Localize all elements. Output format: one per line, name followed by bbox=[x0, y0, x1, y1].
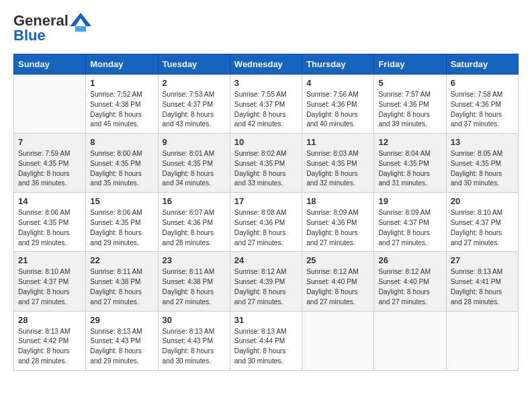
calendar-cell: 16Sunrise: 8:07 AMSunset: 4:36 PMDayligh… bbox=[158, 193, 230, 252]
weekday-header-wednesday: Wednesday bbox=[230, 54, 302, 75]
day-number: 7 bbox=[18, 137, 81, 147]
calendar-cell: 29Sunrise: 8:13 AMSunset: 4:43 PMDayligh… bbox=[86, 311, 158, 370]
day-number: 11 bbox=[306, 137, 369, 147]
day-number: 23 bbox=[163, 255, 226, 265]
cell-info: Sunrise: 8:13 AMSunset: 4:43 PMDaylight:… bbox=[90, 327, 153, 367]
logo: General Blue bbox=[13, 13, 91, 43]
calendar-cell: 12Sunrise: 8:04 AMSunset: 4:35 PMDayligh… bbox=[374, 134, 446, 193]
cell-info: Sunrise: 8:09 AMSunset: 4:36 PMDaylight:… bbox=[306, 208, 369, 248]
logo-blue: Blue bbox=[13, 27, 46, 44]
cell-info: Sunrise: 8:10 AMSunset: 4:37 PMDaylight:… bbox=[451, 208, 514, 248]
weekday-header-row: SundayMondayTuesdayWednesdayThursdayFrid… bbox=[14, 54, 519, 75]
weekday-header-monday: Monday bbox=[86, 54, 158, 75]
calendar-cell: 2Sunrise: 7:53 AMSunset: 4:37 PMDaylight… bbox=[158, 75, 230, 134]
cell-info: Sunrise: 7:52 AMSunset: 4:38 PMDaylight:… bbox=[90, 90, 153, 130]
calendar-cell: 27Sunrise: 8:13 AMSunset: 4:41 PMDayligh… bbox=[446, 252, 518, 311]
calendar-cell: 23Sunrise: 8:11 AMSunset: 4:38 PMDayligh… bbox=[158, 252, 230, 311]
cell-info: Sunrise: 8:08 AMSunset: 4:36 PMDaylight:… bbox=[234, 208, 298, 248]
cell-info: Sunrise: 8:05 AMSunset: 4:35 PMDaylight:… bbox=[451, 149, 514, 189]
cell-info: Sunrise: 8:13 AMSunset: 4:44 PMDaylight:… bbox=[234, 327, 298, 367]
day-number: 21 bbox=[18, 255, 81, 265]
day-number: 30 bbox=[163, 315, 226, 325]
day-number: 9 bbox=[163, 137, 226, 147]
day-number: 18 bbox=[306, 196, 369, 206]
calendar-cell bbox=[374, 311, 446, 370]
cell-info: Sunrise: 8:00 AMSunset: 4:35 PMDaylight:… bbox=[90, 149, 153, 189]
calendar-cell: 9Sunrise: 8:01 AMSunset: 4:35 PMDaylight… bbox=[158, 134, 230, 193]
cell-info: Sunrise: 7:56 AMSunset: 4:36 PMDaylight:… bbox=[306, 90, 369, 130]
calendar-cell bbox=[302, 311, 374, 370]
day-number: 20 bbox=[451, 196, 514, 206]
cell-info: Sunrise: 8:02 AMSunset: 4:35 PMDaylight:… bbox=[234, 149, 298, 189]
calendar-cell: 25Sunrise: 8:12 AMSunset: 4:40 PMDayligh… bbox=[302, 252, 374, 311]
logo-icon bbox=[70, 13, 91, 32]
weekday-header-sunday: Sunday bbox=[14, 54, 86, 75]
cell-info: Sunrise: 8:06 AMSunset: 4:35 PMDaylight:… bbox=[90, 208, 153, 248]
cell-info: Sunrise: 8:12 AMSunset: 4:40 PMDaylight:… bbox=[306, 267, 369, 307]
cell-info: Sunrise: 8:12 AMSunset: 4:40 PMDaylight:… bbox=[378, 267, 441, 307]
day-number: 1 bbox=[90, 78, 153, 88]
cell-info: Sunrise: 7:57 AMSunset: 4:36 PMDaylight:… bbox=[378, 90, 441, 130]
calendar-cell: 20Sunrise: 8:10 AMSunset: 4:37 PMDayligh… bbox=[446, 193, 518, 252]
cell-info: Sunrise: 7:59 AMSunset: 4:35 PMDaylight:… bbox=[18, 149, 81, 189]
cell-info: Sunrise: 7:55 AMSunset: 4:37 PMDaylight:… bbox=[234, 90, 298, 130]
day-number: 16 bbox=[163, 196, 226, 206]
calendar-cell: 19Sunrise: 8:09 AMSunset: 4:37 PMDayligh… bbox=[374, 193, 446, 252]
calendar-cell: 8Sunrise: 8:00 AMSunset: 4:35 PMDaylight… bbox=[86, 134, 158, 193]
cell-info: Sunrise: 8:03 AMSunset: 4:35 PMDaylight:… bbox=[306, 149, 369, 189]
cell-info: Sunrise: 8:10 AMSunset: 4:37 PMDaylight:… bbox=[18, 267, 81, 307]
calendar-cell: 10Sunrise: 8:02 AMSunset: 4:35 PMDayligh… bbox=[230, 134, 302, 193]
calendar-cell bbox=[446, 311, 518, 370]
calendar-table: SundayMondayTuesdayWednesdayThursdayFrid… bbox=[13, 54, 519, 371]
day-number: 10 bbox=[234, 137, 298, 147]
day-number: 12 bbox=[378, 137, 441, 147]
day-number: 27 bbox=[451, 255, 514, 265]
calendar-cell: 11Sunrise: 8:03 AMSunset: 4:35 PMDayligh… bbox=[302, 134, 374, 193]
cell-info: Sunrise: 7:53 AMSunset: 4:37 PMDaylight:… bbox=[163, 90, 226, 130]
weekday-header-friday: Friday bbox=[374, 54, 446, 75]
day-number: 2 bbox=[163, 78, 226, 88]
day-number: 28 bbox=[18, 315, 81, 325]
svg-marker-0 bbox=[70, 13, 91, 26]
calendar-cell: 22Sunrise: 8:11 AMSunset: 4:38 PMDayligh… bbox=[86, 252, 158, 311]
calendar-cell: 31Sunrise: 8:13 AMSunset: 4:44 PMDayligh… bbox=[230, 311, 302, 370]
calendar-cell: 4Sunrise: 7:56 AMSunset: 4:36 PMDaylight… bbox=[302, 75, 374, 134]
logo-text: General Blue bbox=[13, 13, 69, 43]
week-row-5: 28Sunrise: 8:13 AMSunset: 4:42 PMDayligh… bbox=[14, 311, 519, 370]
day-number: 5 bbox=[378, 78, 441, 88]
cell-info: Sunrise: 8:13 AMSunset: 4:43 PMDaylight:… bbox=[163, 327, 226, 367]
week-row-2: 7Sunrise: 7:59 AMSunset: 4:35 PMDaylight… bbox=[14, 134, 519, 193]
calendar-cell bbox=[14, 75, 86, 134]
calendar-cell: 6Sunrise: 7:58 AMSunset: 4:36 PMDaylight… bbox=[446, 75, 518, 134]
page-header: General Blue bbox=[13, 13, 519, 43]
calendar-cell: 28Sunrise: 8:13 AMSunset: 4:42 PMDayligh… bbox=[14, 311, 86, 370]
calendar-cell: 30Sunrise: 8:13 AMSunset: 4:43 PMDayligh… bbox=[158, 311, 230, 370]
day-number: 13 bbox=[451, 137, 514, 147]
day-number: 14 bbox=[18, 196, 81, 206]
cell-info: Sunrise: 8:11 AMSunset: 4:38 PMDaylight:… bbox=[163, 267, 226, 307]
day-number: 26 bbox=[378, 255, 441, 265]
calendar-cell: 5Sunrise: 7:57 AMSunset: 4:36 PMDaylight… bbox=[374, 75, 446, 134]
calendar-cell: 26Sunrise: 8:12 AMSunset: 4:40 PMDayligh… bbox=[374, 252, 446, 311]
cell-info: Sunrise: 8:09 AMSunset: 4:37 PMDaylight:… bbox=[378, 208, 441, 248]
calendar-cell: 14Sunrise: 8:06 AMSunset: 4:35 PMDayligh… bbox=[14, 193, 86, 252]
day-number: 25 bbox=[306, 255, 369, 265]
day-number: 15 bbox=[90, 196, 153, 206]
day-number: 4 bbox=[306, 78, 369, 88]
calendar-cell: 1Sunrise: 7:52 AMSunset: 4:38 PMDaylight… bbox=[86, 75, 158, 134]
cell-info: Sunrise: 8:13 AMSunset: 4:41 PMDaylight:… bbox=[451, 267, 514, 307]
svg-marker-1 bbox=[75, 26, 86, 32]
cell-info: Sunrise: 8:13 AMSunset: 4:42 PMDaylight:… bbox=[18, 327, 81, 367]
calendar-cell: 21Sunrise: 8:10 AMSunset: 4:37 PMDayligh… bbox=[14, 252, 86, 311]
weekday-header-saturday: Saturday bbox=[446, 54, 518, 75]
calendar-cell: 3Sunrise: 7:55 AMSunset: 4:37 PMDaylight… bbox=[230, 75, 302, 134]
cell-info: Sunrise: 8:06 AMSunset: 4:35 PMDaylight:… bbox=[18, 208, 81, 248]
day-number: 6 bbox=[451, 78, 514, 88]
cell-info: Sunrise: 8:04 AMSunset: 4:35 PMDaylight:… bbox=[378, 149, 441, 189]
day-number: 3 bbox=[234, 78, 298, 88]
cell-info: Sunrise: 8:01 AMSunset: 4:35 PMDaylight:… bbox=[163, 149, 226, 189]
calendar-cell: 15Sunrise: 8:06 AMSunset: 4:35 PMDayligh… bbox=[86, 193, 158, 252]
week-row-1: 1Sunrise: 7:52 AMSunset: 4:38 PMDaylight… bbox=[14, 75, 519, 134]
day-number: 19 bbox=[378, 196, 441, 206]
day-number: 22 bbox=[90, 255, 153, 265]
